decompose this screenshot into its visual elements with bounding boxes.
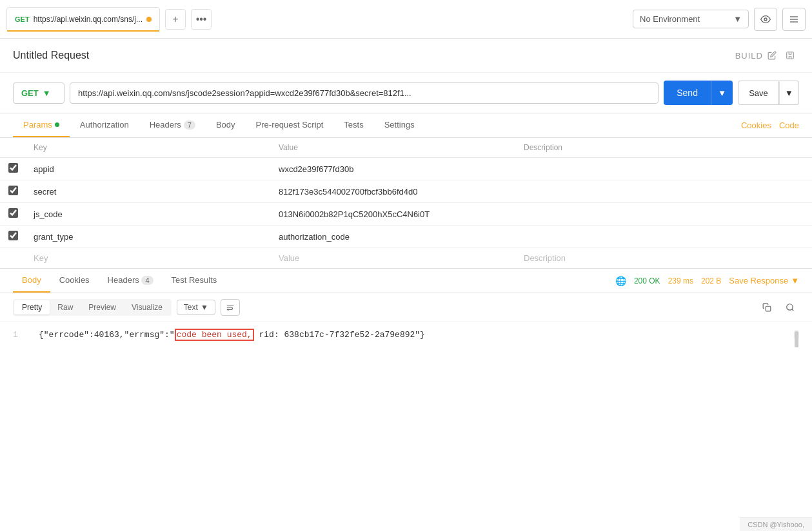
format-selector[interactable]: Text ▼ bbox=[177, 300, 215, 315]
resp-headers-badge: 4 bbox=[141, 276, 153, 285]
row4-value: authorization_code bbox=[271, 226, 516, 248]
scrollbar[interactable] bbox=[794, 330, 799, 340]
row2-checkbox-cell bbox=[0, 180, 26, 203]
svg-rect-5 bbox=[766, 306, 771, 311]
headers-badge: 7 bbox=[184, 121, 195, 130]
code-line-1: {"errcode":40163,"errmsg":"code been use… bbox=[39, 330, 781, 340]
tab-params[interactable]: Params bbox=[13, 113, 70, 137]
edit-icon-button[interactable] bbox=[763, 46, 781, 64]
tab-settings[interactable]: Settings bbox=[374, 113, 425, 137]
tab-right-links: Cookies Code bbox=[741, 121, 799, 130]
method-selector[interactable]: GET ▼ bbox=[13, 82, 64, 104]
response-status: 🌐 200 OK 239 ms 202 B Save Response ▼ bbox=[615, 276, 799, 286]
params-active-dot bbox=[55, 122, 59, 127]
row2-key: secret bbox=[26, 180, 271, 203]
row1-checkbox[interactable] bbox=[8, 163, 18, 173]
add-tab-button[interactable]: + bbox=[165, 9, 186, 30]
row1-key: appid bbox=[26, 158, 271, 180]
page-title: Untitled Request bbox=[13, 50, 735, 61]
empty-value-cell: Value bbox=[271, 248, 516, 269]
params-section: Key Value Description appid wxcd2e39f677… bbox=[0, 138, 812, 268]
view-tab-pretty[interactable]: Pretty bbox=[14, 300, 50, 314]
view-tab-preview[interactable]: Preview bbox=[81, 300, 124, 314]
row4-checkbox[interactable] bbox=[8, 231, 18, 240]
cookies-link[interactable]: Cookies bbox=[741, 121, 771, 130]
send-group: Send ▼ bbox=[664, 81, 733, 105]
row1-desc bbox=[516, 158, 812, 180]
request-title-bar: Untitled Request BUILD bbox=[0, 39, 812, 73]
tab-authorization[interactable]: Authorization bbox=[70, 113, 139, 137]
save-dropdown-button[interactable]: ▼ bbox=[779, 81, 799, 105]
tab-prerequest[interactable]: Pre-request Script bbox=[246, 113, 334, 137]
col-checkbox bbox=[0, 138, 26, 158]
code-link[interactable]: Code bbox=[779, 121, 799, 130]
table-row: js_code 013N6i0002b82P1qC5200hX5cC4N6i0T bbox=[0, 203, 812, 226]
tab-url: https://api.weixin.qq.com/sns/j... bbox=[34, 15, 143, 24]
params-header-row: Key Value Description bbox=[0, 138, 812, 158]
tab-params-label: Params bbox=[23, 120, 52, 130]
key-placeholder: Key bbox=[34, 253, 48, 263]
request-tabs: Params Authorization Headers 7 Body Pre-… bbox=[0, 113, 812, 138]
row4-key: grant_type bbox=[26, 226, 271, 248]
save-button[interactable]: Save bbox=[738, 81, 779, 105]
empty-desc-cell: Description bbox=[516, 248, 812, 269]
row3-checkbox[interactable] bbox=[8, 208, 18, 218]
save-icon-button[interactable] bbox=[781, 46, 799, 64]
send-dropdown-button[interactable]: ▼ bbox=[711, 81, 733, 105]
tab-body[interactable]: Body bbox=[206, 113, 246, 137]
save-response-button[interactable]: Save Response ▼ bbox=[729, 276, 799, 285]
tab-unsaved-dot bbox=[146, 17, 152, 22]
view-pretty-label: Pretty bbox=[22, 303, 42, 312]
send-button[interactable]: Send bbox=[664, 81, 711, 105]
row3-key: js_code bbox=[26, 203, 271, 226]
request-tab[interactable]: GET https://api.weixin.qq.com/sns/j... bbox=[6, 7, 160, 32]
tab-headers-label: Headers bbox=[150, 120, 181, 130]
resp-tab-testresults[interactable]: Test Results bbox=[163, 269, 226, 293]
value-placeholder: Value bbox=[279, 253, 299, 263]
response-size: 202 B bbox=[701, 276, 721, 285]
response-time: 239 ms bbox=[668, 276, 693, 285]
table-row: secret 812f173e3c544002700fbcf3bb6fd4d0 bbox=[0, 180, 812, 203]
tab-headers[interactable]: Headers 7 bbox=[139, 113, 206, 137]
view-tab-raw[interactable]: Raw bbox=[50, 300, 81, 314]
row1-checkbox-cell bbox=[0, 158, 26, 180]
row2-checkbox[interactable] bbox=[8, 186, 18, 195]
row3-desc bbox=[516, 203, 812, 226]
row1-value: wxcd2e39f677fd30b bbox=[271, 158, 516, 180]
resp-body-label: Body bbox=[22, 275, 41, 285]
word-wrap-button[interactable] bbox=[221, 299, 240, 316]
chevron-down-icon: ▼ bbox=[733, 14, 742, 24]
environment-selector[interactable]: No Environment ▼ bbox=[633, 10, 749, 28]
url-input[interactable] bbox=[70, 82, 659, 104]
url-bar: GET ▼ Send ▼ Save ▼ bbox=[0, 73, 812, 113]
response-tabs: Body Cookies Headers 4 Test Results 🌐 20… bbox=[0, 269, 812, 293]
resp-tab-cookies[interactable]: Cookies bbox=[50, 269, 99, 293]
search-icon-button[interactable] bbox=[781, 298, 799, 316]
response-section: Body Cookies Headers 4 Test Results 🌐 20… bbox=[0, 268, 812, 347]
col-key: Key bbox=[26, 138, 271, 158]
eye-icon-button[interactable] bbox=[754, 8, 777, 31]
settings-icon-button[interactable] bbox=[782, 8, 806, 31]
tab-tests[interactable]: Tests bbox=[333, 113, 373, 137]
view-tab-visualize[interactable]: Visualize bbox=[124, 300, 170, 314]
copy-icon-button[interactable] bbox=[758, 298, 776, 316]
globe-icon: 🌐 bbox=[615, 276, 626, 286]
resp-tab-body[interactable]: Body bbox=[13, 269, 50, 293]
row4-checkbox-cell bbox=[0, 226, 26, 248]
status-ok-badge: 200 OK bbox=[634, 276, 660, 285]
env-label: No Environment bbox=[640, 14, 729, 24]
col-value: Value bbox=[271, 138, 516, 158]
resp-tab-headers[interactable]: Headers 4 bbox=[99, 269, 163, 293]
line-numbers: 1 bbox=[13, 330, 26, 340]
response-code-area: 1 {"errcode":40163,"errmsg":"code been u… bbox=[0, 322, 812, 347]
top-right-controls: No Environment ▼ bbox=[633, 8, 806, 31]
tab-settings-label: Settings bbox=[384, 120, 415, 130]
svg-rect-4 bbox=[787, 52, 794, 59]
top-bar: GET https://api.weixin.qq.com/sns/j... +… bbox=[0, 0, 812, 39]
build-button[interactable]: BUILD bbox=[735, 51, 763, 61]
empty-checkbox-cell bbox=[0, 248, 26, 269]
tab-method: GET bbox=[15, 15, 30, 23]
view-raw-label: Raw bbox=[57, 303, 73, 312]
scrollbar-thumb[interactable] bbox=[795, 331, 798, 347]
more-tabs-button[interactable]: ••• bbox=[191, 9, 212, 30]
